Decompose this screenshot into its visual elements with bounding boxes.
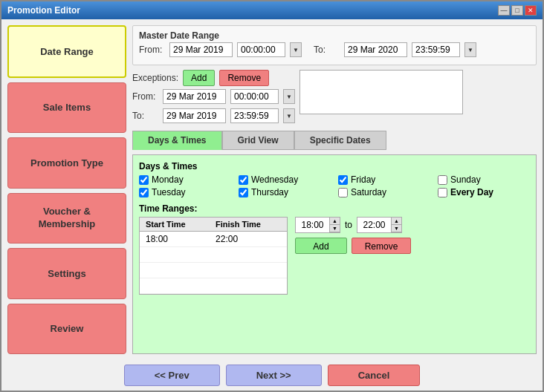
sidebar-item-sale-items[interactable]: Sale Items (7, 82, 126, 134)
master-date-range-label: Master Date Range (139, 30, 530, 41)
master-to-spin[interactable]: ▼ (464, 42, 476, 57)
time-input-controls: ▲ ▼ to ▲ ▼ (295, 217, 411, 254)
prev-button[interactable]: << Prev (124, 365, 220, 386)
label-friday: Friday (351, 174, 375, 185)
table-row-empty-1 (140, 247, 287, 263)
finish-time-spin-control: ▲ ▼ (357, 217, 402, 233)
sidebar-item-voucher-membership[interactable]: Voucher &Membership (7, 193, 126, 244)
tab-days-times[interactable]: Days & Times (132, 131, 222, 150)
exceptions-controls-row: Exceptions: Add Remove (132, 70, 295, 86)
checkbox-monday[interactable] (139, 175, 149, 185)
time-remove-button[interactable]: Remove (352, 238, 411, 254)
checkbox-saturday[interactable] (338, 188, 348, 197)
exc-to-label: To: (132, 111, 158, 121)
close-button[interactable]: ✕ (525, 5, 537, 16)
master-to-time[interactable] (412, 42, 460, 57)
master-from-date[interactable] (169, 42, 233, 57)
day-wednesday: Wednesday (239, 174, 331, 185)
day-thursday: Thursday (239, 187, 331, 197)
time-action-buttons: Add Remove (295, 238, 411, 254)
time-ranges-label: Time Ranges: (139, 203, 530, 214)
right-panel: Master Date Range From: ▼ To: ▼ Exceptio… (132, 25, 537, 354)
window-title: Promotion Editor (7, 5, 80, 16)
start-time-up-arrow[interactable]: ▲ (329, 218, 340, 225)
maximize-button[interactable]: □ (511, 5, 523, 16)
finish-time-up-arrow[interactable]: ▲ (391, 218, 401, 225)
master-from-time[interactable] (237, 42, 285, 57)
exceptions-section: Exceptions: Add Remove From: ▼ To: (132, 70, 537, 126)
day-monday: Monday (139, 174, 231, 185)
finish-time-arrows: ▲ ▼ (391, 218, 401, 232)
sidebar-item-review[interactable]: Review (7, 304, 126, 355)
row-finish: 22:00 (210, 232, 287, 247)
cancel-button[interactable]: Cancel (328, 365, 421, 386)
checkbox-sunday[interactable] (438, 175, 447, 185)
sidebar-item-promotion-type[interactable]: Promotion Type (7, 137, 126, 189)
exceptions-dates: From: ▼ To: ▼ (132, 89, 295, 126)
checkbox-tuesday[interactable] (139, 188, 149, 197)
col-start-time: Start Time (140, 218, 210, 232)
tab-specific-dates[interactable]: Specific Dates (294, 131, 386, 150)
exceptions-to-spin[interactable]: ▼ (283, 108, 295, 123)
footer: << Prev Next >> Cancel (1, 360, 543, 391)
exceptions-remove-button[interactable]: Remove (219, 70, 269, 86)
time-spin-group: ▲ ▼ to ▲ ▼ (295, 217, 411, 233)
tab-bar: Days & Times Grid View Specific Dates (132, 131, 537, 150)
exceptions-from-time[interactable] (230, 89, 279, 104)
time-ranges-section: Start Time Finish Time 18:00 22:00 (139, 217, 530, 295)
day-every-day: Every Day (438, 187, 530, 197)
main-content: Date Range Sale Items Promotion Type Vou… (1, 19, 543, 360)
exceptions-label: Exceptions: (132, 73, 178, 83)
label-sunday: Sunday (450, 174, 481, 185)
label-monday: Monday (152, 174, 184, 185)
title-bar: Promotion Editor — □ ✕ (1, 1, 543, 19)
start-time-arrows: ▲ ▼ (329, 218, 340, 232)
time-table: Start Time Finish Time 18:00 22:00 (139, 217, 288, 295)
exceptions-add-button[interactable]: Add (183, 70, 215, 86)
day-friday: Friday (338, 174, 430, 185)
days-grid: Monday Wednesday Friday Sunday (139, 174, 530, 197)
col-finish-time: Finish Time (210, 218, 287, 232)
exceptions-list[interactable] (299, 70, 463, 114)
minimize-button[interactable]: — (498, 5, 510, 16)
checkbox-every-day[interactable] (438, 188, 447, 197)
exc-from-label: From: (132, 91, 158, 102)
checkbox-friday[interactable] (338, 175, 348, 185)
exceptions-from-date[interactable] (163, 89, 226, 104)
table-row-empty-2 (140, 263, 287, 278)
day-sunday: Sunday (438, 174, 530, 185)
checkbox-wednesday[interactable] (239, 175, 248, 185)
master-from-spin[interactable]: ▼ (290, 42, 302, 57)
master-to-date[interactable] (344, 42, 407, 57)
sidebar-item-date-range[interactable]: Date Range (7, 25, 126, 78)
time-add-button[interactable]: Add (295, 238, 347, 254)
label-saturday: Saturday (351, 187, 386, 197)
label-thursday: Thursday (251, 187, 288, 197)
exceptions-to-time[interactable] (230, 108, 279, 123)
finish-time-input[interactable] (357, 218, 391, 232)
label-tuesday: Tuesday (152, 187, 186, 197)
start-time-spin-control: ▲ ▼ (295, 217, 340, 233)
to-separator: to (345, 220, 352, 230)
start-time-down-arrow[interactable]: ▼ (329, 225, 340, 232)
master-from-row: From: ▼ To: ▼ (139, 42, 530, 57)
exceptions-to-date[interactable] (163, 108, 226, 123)
finish-time-down-arrow[interactable]: ▼ (391, 225, 401, 232)
day-tuesday: Tuesday (139, 187, 231, 197)
exceptions-left: Exceptions: Add Remove From: ▼ To: (132, 70, 295, 126)
from-label: From: (139, 45, 165, 55)
to-label: To: (314, 45, 340, 55)
label-every-day: Every Day (450, 187, 493, 197)
checkbox-thursday[interactable] (239, 188, 248, 197)
exceptions-from-row: From: ▼ (132, 89, 295, 104)
days-times-section-label: Days & Times (139, 161, 530, 172)
exceptions-from-spin[interactable]: ▼ (283, 89, 295, 104)
tab-grid-view[interactable]: Grid View (222, 131, 294, 150)
master-date-range-section: Master Date Range From: ▼ To: ▼ (132, 25, 537, 65)
days-times-panel: Days & Times Monday Wednesday Friday (132, 154, 537, 354)
sidebar-item-settings[interactable]: Settings (7, 248, 126, 299)
table-row: 18:00 22:00 (140, 232, 287, 247)
start-time-input[interactable] (296, 218, 329, 232)
promotion-editor-window: Promotion Editor — □ ✕ Date Range Sale I… (0, 0, 544, 392)
next-button[interactable]: Next >> (226, 365, 322, 386)
